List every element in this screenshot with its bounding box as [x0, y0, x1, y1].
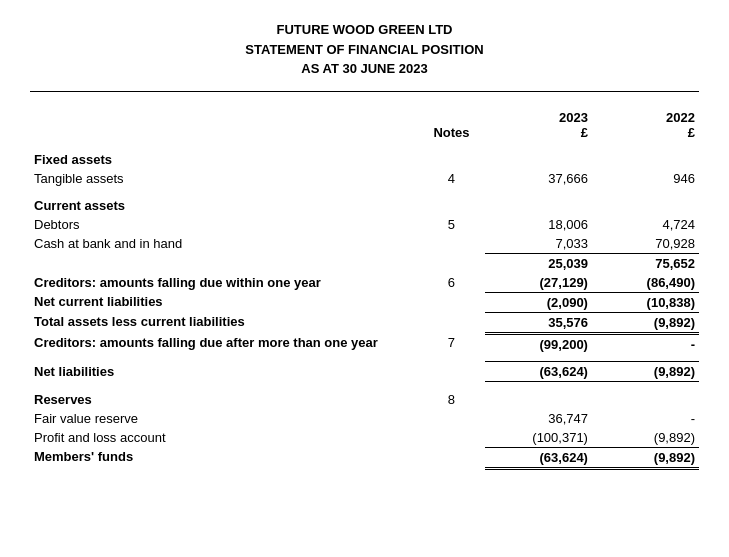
row-val-2023: 18,006: [485, 215, 592, 234]
row-val-2022: -: [592, 409, 699, 428]
row-val-2023: 37,666: [485, 169, 592, 188]
row-val-2022: 75,652: [592, 253, 699, 273]
row-val-2022: (9,892): [592, 312, 699, 333]
row-label: Fixed assets: [30, 142, 418, 169]
row-val-2023: [485, 188, 592, 215]
statement-date: AS AT 30 JUNE 2023: [30, 59, 699, 79]
row-note: [418, 312, 485, 333]
row-label: Cash at bank and in hand: [30, 234, 418, 254]
row-val-2023: 35,576: [485, 312, 592, 333]
row-note: [418, 234, 485, 254]
row-note: [418, 253, 485, 273]
statement-title: STATEMENT OF FINANCIAL POSITION: [30, 40, 699, 60]
row-note: [418, 428, 485, 448]
row-val-2022: 946: [592, 169, 699, 188]
row-val-2023: (100,371): [485, 428, 592, 448]
row-note: [418, 292, 485, 312]
row-note: 8: [418, 382, 485, 409]
data-row: Members' funds (63,624) (9,892): [30, 447, 699, 468]
year2022-header: 2022 £: [592, 108, 699, 142]
row-note: 6: [418, 273, 485, 293]
row-label: Creditors: amounts falling due after mor…: [30, 333, 418, 354]
row-val-2022: [592, 142, 699, 169]
row-label: Members' funds: [30, 447, 418, 468]
data-row: 25,039 75,652: [30, 253, 699, 273]
row-note: [418, 188, 485, 215]
row-label: Debtors: [30, 215, 418, 234]
row-note: [418, 409, 485, 428]
row-val-2023: (27,129): [485, 273, 592, 293]
row-val-2023: [485, 142, 592, 169]
row-note: 7: [418, 333, 485, 354]
row-val-2023: 36,747: [485, 409, 592, 428]
row-note: [418, 447, 485, 468]
row-val-2022: (10,838): [592, 292, 699, 312]
section-heading-row: Current assets: [30, 188, 699, 215]
row-val-2022: (9,892): [592, 428, 699, 448]
row-label: Fair value reserve: [30, 409, 418, 428]
data-row: Debtors 5 18,006 4,724: [30, 215, 699, 234]
data-row: Profit and loss account (100,371) (9,892…: [30, 428, 699, 448]
header: FUTURE WOOD GREEN LTD STATEMENT OF FINAN…: [30, 20, 699, 92]
row-val-2023: (2,090): [485, 292, 592, 312]
data-row: Net current liabilities (2,090) (10,838): [30, 292, 699, 312]
year2023-header: 2023 £: [485, 108, 592, 142]
notes-header: Notes: [418, 108, 485, 142]
row-val-2023: (99,200): [485, 333, 592, 354]
row-label: Profit and loss account: [30, 428, 418, 448]
row-val-2023: 7,033: [485, 234, 592, 254]
row-val-2023: (63,624): [485, 362, 592, 382]
row-note: 4: [418, 169, 485, 188]
spacer-row: [30, 354, 699, 362]
row-label: Reserves: [30, 382, 418, 409]
row-val-2023: 25,039: [485, 253, 592, 273]
row-val-2023: [485, 382, 592, 409]
row-label: Total assets less current liabilities: [30, 312, 418, 333]
row-label: [30, 253, 418, 273]
column-headers: Notes 2023 £ 2022 £: [30, 108, 699, 142]
row-val-2022: 70,928: [592, 234, 699, 254]
row-val-2022: (9,892): [592, 362, 699, 382]
row-label: Current assets: [30, 188, 418, 215]
company-name: FUTURE WOOD GREEN LTD: [30, 20, 699, 40]
section-heading-row: Reserves 8: [30, 382, 699, 409]
row-val-2022: (9,892): [592, 447, 699, 468]
data-row: Creditors: amounts falling due after mor…: [30, 333, 699, 354]
data-row: Creditors: amounts falling due within on…: [30, 273, 699, 293]
row-note: [418, 142, 485, 169]
row-note: [418, 362, 485, 382]
row-label: Creditors: amounts falling due within on…: [30, 273, 418, 293]
row-note: 5: [418, 215, 485, 234]
data-row: Net liabilities (63,624) (9,892): [30, 362, 699, 382]
data-row: Fair value reserve 36,747 -: [30, 409, 699, 428]
data-row: Total assets less current liabilities 35…: [30, 312, 699, 333]
row-val-2022: -: [592, 333, 699, 354]
row-val-2022: [592, 382, 699, 409]
section-heading-row: Fixed assets: [30, 142, 699, 169]
row-label: Tangible assets: [30, 169, 418, 188]
data-row: Tangible assets 4 37,666 946: [30, 169, 699, 188]
row-label: Net liabilities: [30, 362, 418, 382]
row-val-2023: (63,624): [485, 447, 592, 468]
data-row: Cash at bank and in hand 7,033 70,928: [30, 234, 699, 254]
row-val-2022: (86,490): [592, 273, 699, 293]
row-label: Net current liabilities: [30, 292, 418, 312]
row-val-2022: [592, 188, 699, 215]
row-val-2022: 4,724: [592, 215, 699, 234]
